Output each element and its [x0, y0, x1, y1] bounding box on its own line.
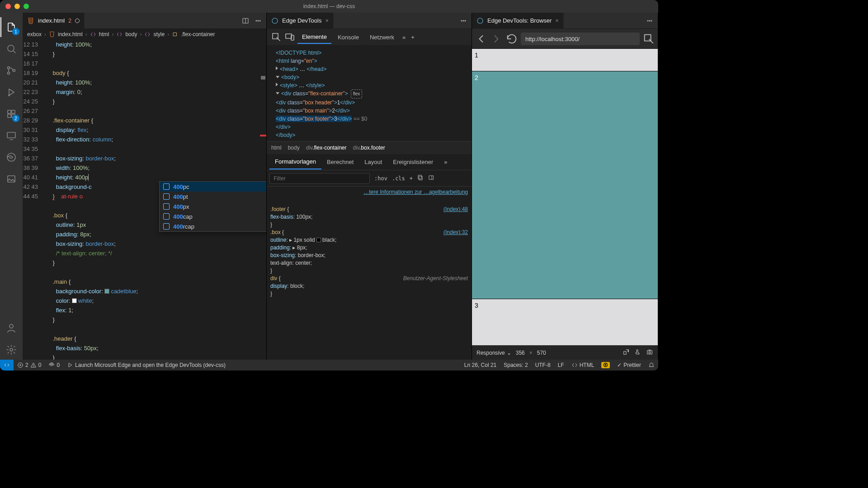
back-icon[interactable]	[475, 33, 487, 45]
run-debug-icon[interactable]	[0, 82, 22, 102]
svg-point-21	[463, 20, 464, 21]
devtools-toolbar: Elemente Konsole Netzwerk » +	[267, 29, 472, 45]
search-icon[interactable]	[0, 39, 22, 59]
screencast[interactable]: ⦿	[598, 360, 613, 371]
code-editor[interactable]: 12 13 14 15 16 17 18 19 20 21 22 23 24 2…	[23, 40, 266, 360]
svg-rect-28	[429, 176, 433, 179]
width-input[interactable]: 356	[516, 350, 525, 356]
cursor-position[interactable]: Ln 26, Col 21	[461, 360, 500, 371]
language-mode[interactable]: HTML	[568, 360, 598, 371]
more-icon[interactable]	[644, 15, 655, 26]
tab-index-html[interactable]: index.html 2	[23, 13, 85, 29]
prettier[interactable]: ✓ Prettier	[613, 360, 645, 371]
accounts-icon[interactable]	[0, 318, 22, 338]
forward-icon[interactable]	[490, 33, 503, 45]
tab-error-count: 2	[68, 18, 71, 24]
hov-toggle[interactable]: :hov	[374, 175, 387, 182]
browser-pane: Edge DevTools: Browser × http://localhos…	[472, 13, 658, 360]
tab-ereignislistener[interactable]: Ereignislistener	[387, 155, 439, 169]
explorer-badge: 1	[12, 28, 19, 35]
svg-point-32	[651, 20, 652, 21]
edge-icon[interactable]	[0, 147, 22, 167]
settings-icon[interactable]	[0, 340, 22, 360]
filter-input[interactable]	[269, 173, 370, 184]
screenshot-icon[interactable]	[646, 348, 653, 357]
browser-viewport[interactable]: 1 2 3	[472, 49, 658, 345]
device-select[interactable]: Responsive ⌄	[476, 350, 511, 356]
image-icon[interactable]	[0, 169, 22, 189]
inspect-icon[interactable]	[270, 31, 282, 43]
more-tabs-icon[interactable]: »	[439, 155, 453, 169]
dom-breadcrumb[interactable]: html body div.flex-container div.box.foo…	[267, 141, 472, 154]
svg-rect-6	[12, 110, 15, 113]
tab-layout[interactable]: Layout	[359, 155, 387, 169]
tab-konsole[interactable]: Konsole	[333, 31, 363, 43]
panel-icon[interactable]	[428, 174, 434, 182]
remote-indicator[interactable]	[0, 360, 14, 371]
svg-point-20	[461, 20, 462, 21]
hint-link[interactable]: …tere Informationen zur …agelbearbeitung	[363, 188, 468, 196]
svg-rect-9	[7, 132, 15, 138]
svg-point-34	[649, 352, 651, 353]
tab-label: Edge DevTools: Browser	[487, 17, 552, 24]
svg-point-37	[51, 364, 53, 366]
svg-point-19	[272, 18, 278, 23]
encoding[interactable]: UTF-8	[532, 360, 554, 371]
svg-point-30	[647, 20, 648, 21]
suggest-widget[interactable]: 400pc400pt400px400cap400rcap	[159, 181, 266, 232]
titlebar: index.html — dev-css	[0, 0, 658, 13]
dom-tree[interactable]: <!DOCTYPE html><html lang="en"> <head> ……	[267, 45, 472, 141]
more-icon[interactable]	[253, 15, 264, 26]
extensions-icon[interactable]: 2	[0, 104, 22, 124]
styles-tabs: Formatvorlagen Berechnet Layout Ereignis…	[267, 154, 472, 170]
extensions-badge: 2	[12, 115, 19, 122]
tab-netzwerk[interactable]: Netzwerk	[365, 31, 399, 43]
svg-point-17	[259, 20, 260, 21]
touch-icon[interactable]	[634, 348, 642, 357]
more-icon[interactable]	[458, 15, 469, 26]
minimize-window[interactable]	[14, 4, 20, 9]
svg-point-3	[13, 70, 15, 72]
svg-rect-35	[647, 351, 652, 354]
debug-hint[interactable]: Launch Microsoft Edge and open the Edge …	[63, 360, 229, 371]
cls-toggle[interactable]: .cls	[392, 175, 405, 182]
inspect-icon[interactable]	[642, 33, 655, 45]
remote-icon[interactable]	[0, 126, 22, 145]
add-rule-icon[interactable]: +	[410, 175, 413, 182]
svg-point-13	[10, 348, 13, 351]
editor-pane: index.html 2 exbox› index.html› html›	[23, 13, 267, 360]
reload-icon[interactable]	[505, 33, 518, 45]
edge-icon	[476, 17, 484, 24]
indent[interactable]: Spaces: 2	[500, 360, 531, 371]
tab-elemente[interactable]: Elemente	[297, 31, 331, 44]
height-input[interactable]: 570	[537, 350, 546, 356]
symbol-icon	[116, 31, 123, 38]
device-toggle-icon[interactable]	[284, 31, 296, 43]
notifications-icon[interactable]	[645, 360, 658, 371]
breadcrumb[interactable]: exbox› index.html› html› body› style› .f…	[23, 29, 266, 40]
source-control-icon[interactable]	[0, 61, 22, 80]
browser-toolbar: http://localhost:3000/	[472, 29, 658, 49]
tab-edge-browser[interactable]: Edge DevTools: Browser ×	[472, 13, 564, 29]
svg-rect-7	[8, 114, 11, 117]
more-tabs-icon[interactable]: »	[401, 31, 407, 43]
tab-berechnet[interactable]: Berechnet	[321, 155, 359, 169]
ports-item[interactable]: 0	[45, 360, 63, 371]
svg-rect-27	[418, 175, 421, 179]
problems-item[interactable]: 2 0	[14, 360, 45, 371]
close-window[interactable]	[5, 4, 11, 9]
tab-edge-devtools[interactable]: Edge DevTools ×	[267, 13, 334, 29]
split-editor-icon[interactable]	[240, 15, 251, 26]
url-bar[interactable]: http://localhost:3000/	[521, 33, 640, 45]
rotate-icon[interactable]	[623, 348, 630, 357]
unsaved-indicator	[75, 19, 80, 23]
explorer-icon[interactable]: 1	[0, 17, 22, 37]
styles-panel[interactable]: …tere Informationen zur …agelbearbeitung…	[267, 187, 472, 360]
tab-label: index.html	[38, 17, 65, 24]
zoom-window[interactable]	[24, 4, 29, 9]
eol[interactable]: LF	[554, 360, 568, 371]
devtools-tabbar: Edge DevTools ×	[267, 13, 472, 29]
tab-formatvorlagen[interactable]: Formatvorlagen	[269, 155, 321, 169]
add-tab-icon[interactable]: +	[409, 31, 416, 43]
copy-icon[interactable]	[417, 174, 424, 182]
